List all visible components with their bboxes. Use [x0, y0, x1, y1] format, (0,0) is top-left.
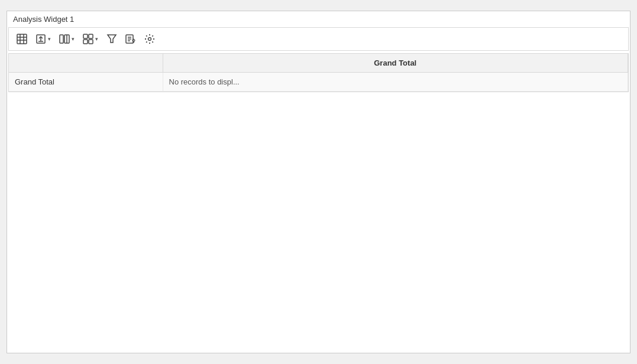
- settings-btn[interactable]: [141, 31, 158, 47]
- table-view-btn[interactable]: [14, 31, 30, 47]
- svg-point-20: [148, 38, 151, 41]
- export-chevron: ▾: [48, 36, 51, 42]
- svg-rect-8: [60, 35, 63, 43]
- svg-rect-14: [89, 40, 93, 44]
- table-header-row: Grand Total: [9, 54, 628, 73]
- table-header-empty: [9, 54, 163, 73]
- svg-rect-11: [83, 34, 88, 38]
- toolbar: ▾ ▾ ▾: [8, 27, 629, 51]
- edit-filter-btn[interactable]: [122, 31, 139, 47]
- layout-btn[interactable]: ▾: [80, 31, 101, 47]
- svg-rect-13: [83, 40, 88, 44]
- filter-btn[interactable]: [104, 31, 120, 47]
- widget-title: Analysis Widget 1: [7, 11, 630, 27]
- filter-icon: [106, 34, 117, 44]
- columns-icon: [59, 34, 70, 44]
- data-table: Grand Total Grand Total No records to di…: [9, 54, 628, 92]
- settings-icon: [144, 34, 155, 44]
- table-icon: [17, 34, 27, 44]
- data-table-wrapper: Grand Total Grand Total No records to di…: [8, 53, 629, 92]
- svg-rect-0: [17, 34, 27, 44]
- row-value: No records to displ...: [163, 73, 628, 92]
- row-label: Grand Total: [9, 73, 163, 92]
- export-btn[interactable]: ▾: [33, 31, 54, 47]
- layout-chevron: ▾: [95, 36, 98, 42]
- layout-icon: [83, 34, 93, 44]
- analysis-widget: Analysis Widget 1 ▾: [7, 11, 630, 353]
- export-icon: [35, 34, 46, 44]
- column-toggle-btn[interactable]: ▾: [56, 31, 77, 47]
- svg-rect-12: [89, 34, 93, 38]
- table-row: Grand Total No records to displ...: [9, 73, 628, 92]
- svg-marker-15: [108, 35, 116, 43]
- edit-filter-icon: [125, 34, 136, 44]
- table-header-grand-total: Grand Total: [163, 54, 628, 73]
- columns-chevron: ▾: [72, 36, 75, 42]
